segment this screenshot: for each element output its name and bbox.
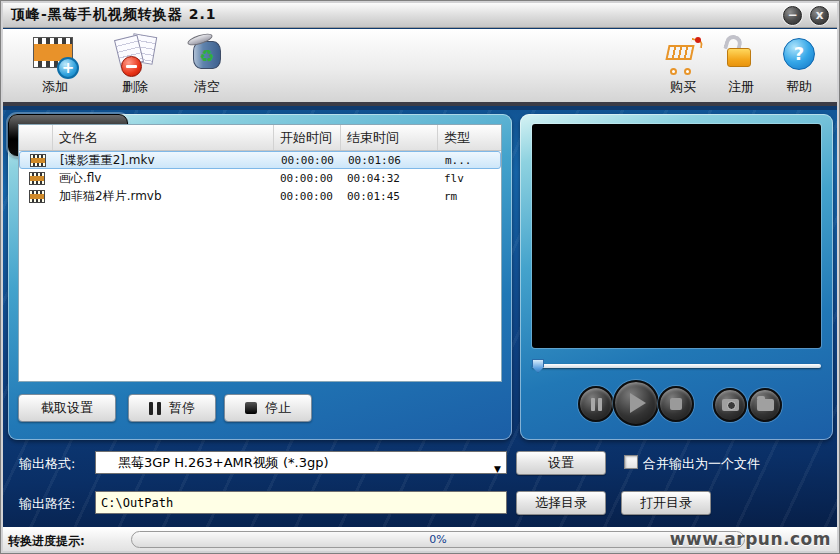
header-start-time[interactable]: 开始时间	[274, 125, 341, 150]
delete-button[interactable]: 删除	[99, 35, 171, 96]
stop-icon	[670, 398, 682, 410]
output-path-label: 输出路径:	[19, 495, 75, 513]
add-files-button[interactable]: + 添加	[19, 35, 91, 96]
stop-label: 停止	[265, 399, 291, 417]
output-format-value: 黑莓3GP H.263+AMR视频 (*.3gp)	[118, 455, 329, 470]
file-list-panel: 文件名 开始时间 结束时间 类型 [谍影重重2].mkv 00:00:00 00…	[8, 114, 512, 440]
file-start-time: 00:00:00	[275, 153, 342, 168]
title-bar: 顶峰-黑莓手机视频转换器 2.1 − x	[3, 3, 837, 28]
help-label: 帮助	[763, 78, 835, 96]
film-icon	[29, 190, 45, 203]
file-list-header: 文件名 开始时间 结束时间 类型	[19, 125, 501, 151]
file-end-time: 00:01:45	[341, 189, 438, 204]
video-preview	[532, 124, 821, 348]
output-path-input[interactable]	[95, 491, 507, 514]
preview-panel	[520, 114, 833, 440]
delete-label: 删除	[99, 78, 171, 96]
window-title: 顶峰-黑莓手机视频转换器 2.1	[3, 6, 217, 24]
cart-icon	[661, 35, 705, 75]
file-name: [谍影重重2].mkv	[54, 151, 275, 170]
output-format-select[interactable]: 黑莓3GP H.263+AMR视频 (*.3gp) ▼	[95, 451, 507, 474]
capture-settings-button[interactable]: 截取设置	[18, 394, 116, 422]
play-icon	[630, 393, 646, 413]
delete-icon	[113, 35, 157, 75]
folder-icon	[757, 399, 774, 411]
seek-thumb[interactable]	[532, 359, 544, 373]
file-name: 画心.flv	[53, 169, 274, 188]
seek-track[interactable]	[532, 364, 821, 368]
minimize-button[interactable]: −	[783, 6, 802, 25]
settings-button[interactable]: 设置	[516, 451, 606, 475]
film-icon	[29, 172, 45, 185]
watermark-text: www.arpun.com	[670, 529, 831, 549]
app-window: 顶峰-黑莓手机视频转换器 2.1 − x + 添加 删除 ♻ 清空	[0, 0, 840, 554]
merge-output-checkbox[interactable]	[624, 455, 638, 469]
toolbar: + 添加 删除 ♻ 清空 购买 注册	[3, 29, 837, 106]
output-format-label: 输出格式:	[19, 455, 75, 473]
stop-icon	[245, 402, 257, 414]
table-row[interactable]: [谍影重重2].mkv 00:00:00 00:01:06 m...	[19, 151, 501, 169]
player-pause-button[interactable]	[578, 386, 614, 422]
help-button[interactable]: ? 帮助	[763, 35, 835, 96]
choose-directory-label: 选择目录	[535, 494, 587, 512]
pause-label: 暂停	[169, 399, 195, 417]
table-row[interactable]: 加菲猫2样片.rmvb 00:00:00 00:01:45 rm	[19, 187, 501, 205]
file-name: 加菲猫2样片.rmvb	[53, 187, 274, 206]
film-icon	[30, 154, 46, 167]
chevron-down-icon: ▼	[494, 459, 501, 480]
add-label: 添加	[19, 78, 91, 96]
progress-bar: 0%	[131, 531, 745, 548]
header-icon-col	[19, 125, 53, 150]
file-list: 文件名 开始时间 结束时间 类型 [谍影重重2].mkv 00:00:00 00…	[18, 124, 502, 382]
snapshot-button[interactable]	[713, 388, 747, 422]
capture-settings-label: 截取设置	[41, 399, 93, 417]
table-row[interactable]: 画心.flv 00:00:00 00:04:32 flv	[19, 169, 501, 187]
file-start-time: 00:00:00	[274, 171, 341, 186]
help-icon: ?	[777, 35, 821, 75]
pause-button[interactable]: 暂停	[128, 394, 216, 422]
clear-icon: ♻	[185, 35, 229, 75]
seek-slider[interactable]	[532, 359, 821, 373]
close-button[interactable]: x	[810, 6, 829, 25]
choose-directory-button[interactable]: 选择目录	[516, 491, 606, 515]
open-directory-button[interactable]: 打开目录	[621, 491, 711, 515]
file-type: flv	[438, 171, 501, 186]
pause-icon	[591, 398, 602, 411]
file-type: rm	[438, 189, 501, 204]
settings-label: 设置	[548, 454, 574, 472]
merge-output-label: 合并输出为一个文件	[643, 455, 760, 473]
player-play-button[interactable]	[613, 380, 659, 426]
file-end-time: 00:01:06	[342, 153, 439, 168]
header-filename[interactable]: 文件名	[53, 125, 274, 150]
stop-button[interactable]: 停止	[224, 394, 312, 422]
header-end-time[interactable]: 结束时间	[341, 125, 438, 150]
file-start-time: 00:00:00	[274, 189, 341, 204]
clear-button[interactable]: ♻ 清空	[171, 35, 243, 96]
progress-hint-label: 转换进度提示:	[8, 533, 85, 550]
main-area: 文件名 开始时间 结束时间 类型 [谍影重重2].mkv 00:00:00 00…	[3, 110, 837, 527]
unlock-icon	[719, 35, 763, 75]
header-type[interactable]: 类型	[438, 125, 501, 150]
file-end-time: 00:04:32	[341, 171, 438, 186]
clear-label: 清空	[171, 78, 243, 96]
pause-icon	[149, 402, 161, 415]
camera-icon	[722, 399, 739, 411]
file-type: m...	[439, 153, 500, 168]
add-film-icon: +	[33, 35, 77, 75]
open-folder-button[interactable]	[748, 388, 782, 422]
status-bar: 转换进度提示: 0% www.arpun.com	[3, 527, 837, 551]
open-directory-label: 打开目录	[640, 494, 692, 512]
player-stop-button[interactable]	[658, 386, 694, 422]
